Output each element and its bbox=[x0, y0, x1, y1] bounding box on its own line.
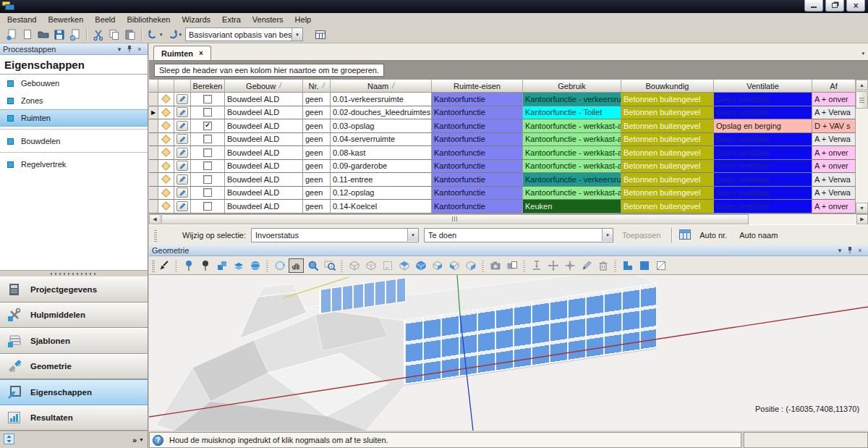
view-solid-icon[interactable] bbox=[413, 258, 428, 273]
cell-gebouw[interactable]: Bouwdeel ALD bbox=[225, 119, 303, 133]
nav-item-sjablonen[interactable]: Sjablonen bbox=[0, 328, 148, 354]
undo-dropdown-icon[interactable]: ▾ bbox=[160, 32, 163, 38]
view-top-icon[interactable] bbox=[396, 258, 412, 273]
new-document-button[interactable] bbox=[4, 28, 19, 42]
pan-hand-button[interactable] bbox=[289, 258, 304, 273]
group-by-zone[interactable]: Sleep de header van een kolom hier naart… bbox=[149, 61, 868, 80]
cell-gebruik[interactable]: Kantoorfunctie - werkkast-ar bbox=[523, 187, 621, 200]
cell-nr[interactable]: geen bbox=[303, 200, 331, 214]
scroll-right-button[interactable]: ▶ bbox=[856, 214, 868, 225]
export-view-icon[interactable] bbox=[504, 258, 519, 273]
close-button[interactable]: × bbox=[846, 0, 865, 12]
cell-ventilatie[interactable]: Geen ventilatie bbox=[714, 173, 812, 187]
cell-ruimte-eisen[interactable]: Kantoorfunctie bbox=[432, 133, 523, 147]
auto-naam-button[interactable]: Auto naam bbox=[736, 229, 781, 241]
copy-button[interactable] bbox=[106, 28, 122, 42]
edit-pencil-button[interactable] bbox=[174, 187, 191, 200]
cell-gebouw[interactable]: Bouwdeel ALD bbox=[225, 106, 303, 120]
cell-bouwkundig[interactable]: Betonnen buitengevel bbox=[621, 200, 714, 214]
scroll-up-button[interactable]: ▲ bbox=[856, 80, 868, 90]
table-row[interactable]: Bouwdeel ALD geen 0.08-kast Kantoorfunct… bbox=[149, 146, 856, 160]
header-ventilatie[interactable]: Ventilatie bbox=[714, 80, 812, 93]
panel-close-icon[interactable]: × bbox=[135, 46, 145, 53]
edit-pencil-button[interactable] bbox=[174, 106, 191, 120]
nav-item-resultaten[interactable]: Resultaten bbox=[0, 405, 148, 431]
cell-gebouw[interactable]: Bouwdeel ALD bbox=[225, 173, 303, 187]
layers-icon[interactable] bbox=[231, 258, 246, 273]
view-right-icon[interactable] bbox=[430, 258, 445, 273]
move-object-icon[interactable] bbox=[545, 258, 561, 273]
bereken-checkbox[interactable] bbox=[191, 106, 225, 120]
sidebar-item-bouwdelen[interactable]: Bouwdelen bbox=[0, 132, 148, 150]
cell-gebouw[interactable]: Bouwdeel ALD bbox=[225, 93, 303, 106]
cell-gebruik[interactable]: Kantoorfunctie - werkkast-ar bbox=[523, 146, 621, 160]
updown-arrows-icon[interactable] bbox=[4, 434, 14, 446]
panel-pin-icon[interactable] bbox=[124, 45, 135, 53]
cell-ruimte-eisen[interactable]: Kantoorfunctie bbox=[432, 146, 523, 160]
edit-pencil-button[interactable] bbox=[174, 93, 191, 106]
drag-handle[interactable] bbox=[152, 259, 155, 272]
status-dropdown-button[interactable]: ▾ bbox=[602, 229, 613, 241]
draw-polygon-icon[interactable] bbox=[620, 258, 635, 273]
nav-item-geometrie[interactable]: Geometrie bbox=[0, 354, 148, 380]
cell-nr[interactable]: geen bbox=[303, 160, 331, 174]
cell-afgifte[interactable]: A + Verwa bbox=[812, 173, 856, 187]
pin-gray-icon[interactable] bbox=[197, 258, 213, 273]
cell-gebouw[interactable]: Bouwdeel ALD bbox=[225, 133, 303, 147]
status-select[interactable]: Te doen ▾ bbox=[424, 228, 613, 242]
cell-nr[interactable]: geen bbox=[303, 93, 331, 106]
tab-close-icon[interactable]: × bbox=[199, 49, 203, 57]
auto-nr-button[interactable]: Auto nr. bbox=[696, 229, 731, 241]
cell-gebouw[interactable]: Bouwdeel ALD bbox=[225, 160, 303, 174]
vertical-scroll-thumb[interactable] bbox=[856, 91, 868, 109]
nav-item-eigenschappen[interactable]: Eigenschappen bbox=[0, 379, 148, 405]
header-bouwkundig[interactable]: Bouwkundig bbox=[621, 80, 714, 93]
sidebar-item-regelvertrek[interactable]: Regelvertrek bbox=[0, 156, 148, 173]
table-row[interactable]: Bouwdeel ALD geen 0.12-opslag Kantoorfun… bbox=[149, 187, 856, 200]
cell-naam[interactable]: 0.04-serverruimte bbox=[331, 133, 432, 147]
orbit-icon[interactable] bbox=[272, 258, 287, 273]
cell-gebouw[interactable]: Bouwdeel ALD bbox=[225, 187, 303, 200]
tab-list-dropdown-icon[interactable]: ▾ bbox=[861, 51, 864, 56]
globe-icon[interactable] bbox=[247, 258, 263, 273]
menu-wizards[interactable]: Wizards bbox=[176, 14, 216, 25]
menu-bewerken[interactable]: Bewerken bbox=[42, 14, 89, 25]
sidebar-item-zones[interactable]: Zones bbox=[0, 92, 148, 109]
cell-ruimte-eisen[interactable]: Kantoorfunctie bbox=[432, 160, 523, 174]
draw-diagonal-icon[interactable] bbox=[653, 258, 668, 273]
view-cube-wire2-icon[interactable] bbox=[363, 258, 378, 273]
panel-dropdown-icon[interactable]: ▾ bbox=[114, 46, 124, 53]
cell-bouwkundig[interactable]: Betonnen buitengevel bbox=[621, 106, 714, 120]
cell-afgifte[interactable]: A + Verwa bbox=[812, 133, 856, 147]
bereken-checkbox[interactable] bbox=[191, 160, 225, 174]
apply-button[interactable]: Toepassen bbox=[618, 231, 664, 240]
menu-bibliotheken[interactable]: Bibliotheken bbox=[121, 14, 176, 25]
zoom-window-icon[interactable] bbox=[322, 258, 337, 273]
restore-button[interactable] bbox=[825, 0, 844, 12]
cut-button[interactable] bbox=[90, 28, 106, 42]
menu-beeld[interactable]: Beeld bbox=[89, 14, 121, 25]
cell-ventilatie[interactable]: Geen ventilatie bbox=[714, 106, 812, 120]
cell-ruimte-eisen[interactable]: Kantoorfunctie bbox=[432, 93, 523, 106]
vertical-scrollbar[interactable]: ▲ ▼ bbox=[856, 80, 868, 214]
save-button[interactable] bbox=[51, 28, 67, 42]
cell-gebruik[interactable]: Kantoorfunctie - verkeersrui bbox=[523, 173, 621, 187]
cell-bouwkundig[interactable]: Betonnen buitengevel bbox=[621, 119, 714, 133]
bereken-checkbox[interactable] bbox=[191, 173, 225, 187]
draw-rectangle-icon[interactable] bbox=[637, 258, 652, 273]
cell-naam[interactable]: 0.14-Koelcel bbox=[331, 200, 432, 214]
cell-afgifte[interactable]: A + onver bbox=[812, 93, 856, 106]
horizontal-scrollbar[interactable]: ◀ ▶ bbox=[149, 214, 868, 225]
cell-bouwkundig[interactable]: Betonnen buitengevel bbox=[621, 187, 714, 200]
cell-ruimte-eisen[interactable]: Kantoorfunctie bbox=[432, 187, 523, 200]
cell-afgifte[interactable]: A + Verwa bbox=[812, 106, 856, 120]
nav-drag-handle[interactable] bbox=[0, 270, 148, 276]
bereken-checkbox[interactable] bbox=[191, 187, 225, 200]
nav-item-projectgegevens[interactable]: Projectgegevens bbox=[0, 276, 148, 303]
cell-ventilatie[interactable]: Opslag en berging bbox=[714, 119, 812, 133]
cell-afgifte[interactable]: A + onver bbox=[812, 200, 856, 214]
nav-item-hulpmiddelen[interactable]: Hulpmiddelen bbox=[0, 303, 148, 329]
cell-naam[interactable]: 0.08-kast bbox=[331, 146, 432, 160]
view-left-icon[interactable] bbox=[446, 258, 461, 273]
header-gebouw[interactable]: Gebouw/ bbox=[225, 80, 303, 93]
